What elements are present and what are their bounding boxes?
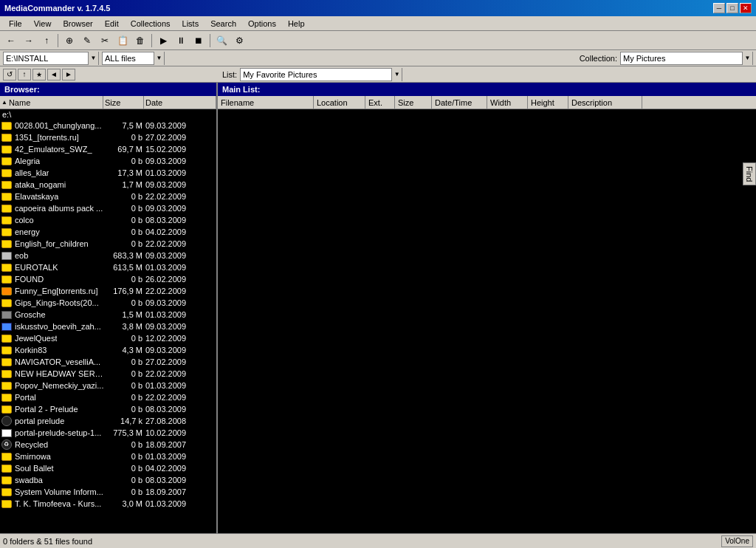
row-name: Gips_Kings-Roots(20... bbox=[15, 298, 99, 307]
browser-row[interactable]: T. K. Timofeeva - Kurs... 3,0 M 01.03.20… bbox=[0, 498, 216, 510]
browser-row[interactable]: capoeira albums pack ... 0 b 09.03.2009 bbox=[0, 202, 216, 214]
row-date: 09.03.2009 bbox=[145, 204, 201, 213]
browser-row[interactable]: iskusstvo_boevih_zah... 3,8 M 09.03.2009 bbox=[0, 321, 216, 332]
browser-row[interactable]: Korkin83 4,3 M 09.03.2009 bbox=[0, 344, 216, 356]
browser-row[interactable]: JewelQuest 0 b 12.02.2009 bbox=[0, 332, 216, 344]
browser-row[interactable]: alles_klar 17,3 M 01.03.2009 bbox=[0, 167, 216, 179]
browser-row[interactable]: Smirnowa 0 b 01.03.2009 bbox=[0, 451, 216, 462]
sep2 bbox=[151, 34, 152, 47]
browser-row[interactable]: Elavatskaya 0 b 22.02.2009 bbox=[0, 191, 216, 202]
browser-row[interactable]: Funny_Eng[torrents.ru] 176,9 M 22.02.200… bbox=[0, 285, 216, 297]
browser-col-name-hdr[interactable]: ▲ Name bbox=[0, 96, 103, 109]
toolbar-del-button[interactable]: 🗑 bbox=[132, 32, 148, 49]
main-col-hdr-datetime[interactable]: Date/Time bbox=[432, 96, 487, 109]
up-btn[interactable]: ↑ bbox=[18, 69, 31, 81]
main-col-hdr-size[interactable]: Size bbox=[395, 96, 432, 109]
browser-row[interactable]: English_for_children 0 b 22.02.2009 bbox=[0, 238, 216, 250]
browser-row[interactable]: eob 683,3 M 09.03.2009 bbox=[0, 250, 216, 261]
back-btn[interactable]: ◄ bbox=[47, 69, 61, 81]
fwd-btn[interactable]: ► bbox=[62, 69, 75, 81]
toolbar-stop-button[interactable]: ⏹ bbox=[190, 32, 207, 49]
menu-item-options[interactable]: Options bbox=[242, 18, 282, 30]
find-panel[interactable]: Find bbox=[743, 162, 756, 185]
browser-row[interactable]: EUROTALK 613,5 M 01.03.2009 bbox=[0, 261, 216, 273]
browser-row[interactable]: ♻ Recycled 0 b 18.09.2007 bbox=[0, 439, 216, 451]
main-col-hdr-ext[interactable]: Ext. bbox=[365, 96, 395, 109]
browser-row[interactable]: portal-prelude-setup-1... 775,3 M 10.02.… bbox=[0, 427, 216, 439]
row-date: 01.03.2009 bbox=[145, 452, 201, 461]
toolbar-edit-button[interactable]: ✎ bbox=[79, 32, 95, 49]
list-combo-arrow[interactable]: ▼ bbox=[391, 68, 402, 81]
vol-one-button[interactable]: VolOne bbox=[721, 535, 753, 547]
browser-row[interactable]: Soul Ballet 0 b 04.02.2009 bbox=[0, 462, 216, 474]
row-size: 3,0 M bbox=[105, 499, 145, 508]
browser-row[interactable]: energy 0 b 04.02.2009 bbox=[0, 226, 216, 238]
browser-row[interactable]: colco 0 b 08.03.2009 bbox=[0, 214, 216, 226]
menu-item-browser[interactable]: Browser bbox=[57, 18, 98, 30]
browser-row[interactable]: NAVIGATOR_veselliA... 0 b 27.02.2009 bbox=[0, 356, 216, 368]
toolbar-copy-button[interactable]: 📋 bbox=[114, 32, 131, 49]
filter-combo-arrow[interactable]: ▼ bbox=[154, 52, 164, 65]
main-col-hdr-description[interactable]: Description bbox=[568, 96, 642, 109]
row-name: Korkin83 bbox=[15, 346, 47, 355]
browser-row[interactable]: 0028.001_chunglyang... 7,5 M 09.03.2009 bbox=[0, 120, 216, 131]
menu-bar: FileViewBrowserEditCollectionsListsSearc… bbox=[0, 16, 756, 31]
toolbar-settings-button[interactable]: ⚙ bbox=[231, 32, 247, 49]
browser-row[interactable]: portal prelude 14,7 k 27.08.2008 bbox=[0, 415, 216, 427]
list-combo[interactable]: My Favorite Pictures ▼ bbox=[240, 68, 402, 81]
toolbar-pause-button[interactable]: ⏸ bbox=[173, 32, 189, 49]
path-combo-arrow[interactable]: ▼ bbox=[88, 52, 98, 65]
browser-row[interactable]: Gips_Kings-Roots(20... 0 b 09.03.2009 bbox=[0, 297, 216, 309]
menu-item-edit[interactable]: Edit bbox=[99, 18, 125, 30]
toolbar-play-button[interactable]: ▶ bbox=[155, 32, 171, 49]
browser-row[interactable]: FOUND 0 b 26.02.2009 bbox=[0, 273, 216, 285]
browser-row[interactable]: Portal 2 - Prelude 0 b 08.03.2009 bbox=[0, 403, 216, 415]
browser-row[interactable]: Alegria 0 b 09.03.2009 bbox=[0, 155, 216, 167]
browser-row[interactable]: swadba 0 b 08.03.2009 bbox=[0, 474, 216, 486]
reload-btn[interactable]: ↺ bbox=[3, 69, 16, 81]
menu-item-search[interactable]: Search bbox=[205, 18, 242, 30]
menu-item-view[interactable]: View bbox=[28, 18, 58, 30]
main-col-hdr-height[interactable]: Height bbox=[528, 96, 568, 109]
browser-row[interactable]: 42_Emulators_SWZ_ 69,7 M 15.02.2009 bbox=[0, 143, 216, 155]
toolbar-up-button[interactable]: ↑ bbox=[38, 32, 55, 49]
browser-row[interactable]: NEW HEADWAY SERIES 0 b 22.02.2009 bbox=[0, 368, 216, 380]
browser-col-size-hdr[interactable]: Size bbox=[103, 96, 144, 109]
browser-file-list[interactable]: 0028.001_chunglyang... 7,5 M 09.03.2009 … bbox=[0, 120, 216, 533]
menu-item-file[interactable]: File bbox=[3, 18, 28, 30]
path-combo[interactable]: E:\INSTALL ▼ bbox=[3, 52, 99, 65]
menu-item-collections[interactable]: Collections bbox=[125, 18, 176, 30]
list-label: List: bbox=[222, 70, 237, 79]
toolbar-fwd-button[interactable]: → bbox=[21, 32, 37, 49]
browser-row[interactable]: 1351_[torrents.ru] 0 b 27.02.2009 bbox=[0, 131, 216, 143]
browser-row[interactable]: Portal 0 b 22.02.2009 bbox=[0, 391, 216, 403]
toolbar-cut-button[interactable]: ✂ bbox=[97, 32, 113, 49]
sep3 bbox=[210, 34, 210, 47]
collection-combo[interactable]: My Pictures ▼ bbox=[620, 52, 753, 65]
toolbar-add-button[interactable]: ⊕ bbox=[61, 32, 78, 49]
browser-row[interactable]: Grosche 1,5 M 01.03.2009 bbox=[0, 309, 216, 321]
browser-row[interactable]: ataka_nogami 1,7 M 09.03.2009 bbox=[0, 179, 216, 191]
browser-col-date-hdr[interactable]: Date bbox=[144, 96, 216, 109]
toolbar-search-button[interactable]: 🔍 bbox=[213, 32, 230, 49]
menu-item-help[interactable]: Help bbox=[282, 18, 311, 30]
path-bar: E:\INSTALL ▼ ALL files ▼ Collection: My … bbox=[0, 50, 756, 66]
close-button[interactable]: ✕ bbox=[740, 3, 752, 13]
menu-item-lists[interactable]: Lists bbox=[176, 18, 205, 30]
row-name: EUROTALK bbox=[15, 263, 58, 272]
folder-icon bbox=[1, 500, 12, 508]
fav-btn[interactable]: ★ bbox=[32, 69, 46, 81]
row-name: iskusstvo_boevih_zah... bbox=[15, 322, 101, 331]
main-col-hdr-location[interactable]: Location bbox=[314, 96, 365, 109]
minimize-button[interactable]: ─ bbox=[713, 3, 725, 13]
toolbar-back-button[interactable]: ← bbox=[3, 32, 19, 49]
restore-button[interactable]: □ bbox=[726, 3, 738, 13]
row-date: 01.03.2009 bbox=[145, 499, 201, 508]
browser-row[interactable]: Popov_Nemeckiy_yazi... 0 b 01.03.2009 bbox=[0, 380, 216, 391]
main-col-hdr-width[interactable]: Width bbox=[487, 96, 528, 109]
collection-combo-arrow[interactable]: ▼ bbox=[742, 52, 752, 65]
browser-row[interactable]: System Volume Inform... 0 b 18.09.2007 bbox=[0, 486, 216, 498]
main-col-hdr-filename[interactable]: Filename bbox=[218, 96, 314, 109]
row-date: 01.03.2009 bbox=[145, 168, 201, 177]
filter-combo[interactable]: ALL files ▼ bbox=[102, 52, 165, 65]
